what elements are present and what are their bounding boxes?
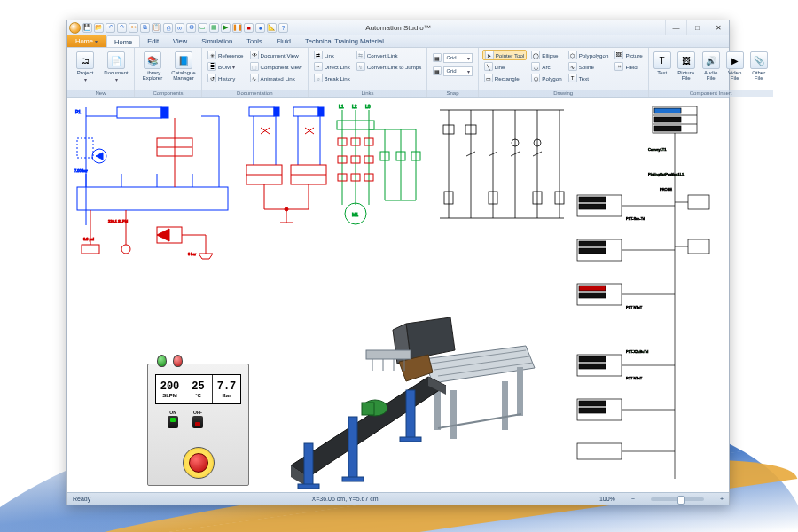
insert-audio-button[interactable]: 🔊Audio File — [700, 50, 722, 90]
insert-picture-button[interactable]: 🖼Picture File — [675, 50, 698, 90]
library-explorer-button[interactable]: 📚Library Explorer — [138, 50, 167, 90]
tab-view[interactable]: View — [166, 35, 194, 47]
insert-other-button[interactable]: 📎Other File — [748, 50, 770, 90]
reading-slpm: 200 — [160, 380, 180, 393]
library-icon: 📚 — [144, 51, 161, 69]
document-button[interactable]: 📄Document — [102, 50, 130, 90]
chevron-down-icon — [95, 37, 98, 45]
svg-point-7 — [780, 317, 784, 321]
reference-button[interactable]: ✳Reference — [206, 50, 246, 60]
rectangle-tool-button[interactable]: ▭Rectangle — [482, 73, 528, 83]
qat-link-icon[interactable]: ∞ — [175, 23, 184, 33]
insert-video-button[interactable]: ▶Video File — [724, 50, 746, 90]
close-button[interactable]: ✕ — [708, 20, 729, 35]
qat-record-icon[interactable]: ● — [255, 23, 265, 33]
svg-point-2 — [734, 314, 745, 325]
snap-grid-1[interactable]: ▦Grid — [431, 52, 473, 63]
ribbon-group-drawing: ➤Pointer Tool ╲Line ▭Rectangle ◯Ellipse … — [479, 48, 649, 97]
status-bar: Ready X=36.06 cm, Y=5.67 cm 100% − + — [67, 492, 729, 505]
link-button[interactable]: ⇄Link — [312, 50, 352, 60]
history-icon: ↺ — [207, 74, 216, 82]
ellipse-tool-button[interactable]: ◯Ellipse — [529, 50, 563, 60]
rectangle-icon: ▭ — [484, 74, 493, 82]
qat-measure-icon[interactable]: 📐 — [267, 23, 277, 33]
convert-link-jumps-button[interactable]: ↯Convert Link to Jumps — [355, 61, 424, 72]
tab-simulation[interactable]: Simulation — [194, 35, 239, 47]
bom-button[interactable]: ≣BOM — [206, 61, 246, 72]
svg-rect-162 — [348, 417, 357, 479]
qat-print-icon[interactable]: ⎙ — [163, 23, 173, 33]
document-view-button[interactable]: 👁Document View — [248, 50, 304, 60]
animated-link-button[interactable]: ∿Animated Link — [248, 73, 304, 83]
component-view-button[interactable]: ▢Component View — [248, 61, 304, 72]
svg-rect-163 — [342, 477, 364, 481]
direct-link-button[interactable]: →Direct Link — [312, 61, 352, 72]
picture-tool-button[interactable]: 🖼Picture — [613, 50, 644, 60]
polypolygon-tool-button[interactable]: ⬡Polypolygon — [567, 50, 611, 60]
qat-undo-icon[interactable]: ↶ — [106, 23, 115, 33]
qat-sim-pause-icon[interactable]: ❚❚ — [232, 23, 242, 33]
qat-cut-icon[interactable]: ✂ — [129, 23, 138, 33]
line-tool-button[interactable]: ╲Line — [482, 61, 528, 72]
group-label-components: Components — [135, 90, 201, 97]
pointer-tool-button[interactable]: ➤Pointer Tool — [482, 50, 528, 60]
tab-fluid[interactable]: Fluid — [270, 35, 298, 47]
project-button[interactable]: 🗂Project — [71, 50, 99, 90]
app-logo-icon[interactable] — [69, 22, 81, 34]
svg-text:PickingOutPosition1L1: PickingOutPosition1L1 — [648, 172, 685, 176]
field-tool-button[interactable]: ⌗Field — [613, 61, 644, 72]
svg-rect-118 — [579, 286, 606, 291]
qat-sim-stop-icon[interactable]: ■ — [244, 23, 254, 33]
svg-rect-115 — [579, 248, 606, 254]
logic-diagram: Convey1T1 PickingOutPosition1L1 PROBE P1… — [573, 106, 715, 488]
group-label-snap: Snap — [427, 90, 477, 97]
qat-save-icon[interactable]: 💾 — [82, 23, 92, 33]
arc-tool-button[interactable]: ◡Arc — [529, 61, 563, 72]
window-title: Automation Studio™ — [365, 24, 430, 32]
group-label-documentation: Documentation — [202, 90, 308, 97]
tab-technical-training[interactable]: Technical Training Material — [298, 35, 391, 47]
green-lamp-icon — [157, 355, 167, 367]
maximize-button[interactable]: □ — [686, 20, 708, 35]
svg-rect-159 — [362, 403, 374, 415]
qat-settings-icon[interactable]: ⚙ — [186, 23, 196, 33]
qat-paste-icon[interactable]: 📋 — [152, 23, 161, 33]
zoom-slider[interactable] — [651, 497, 704, 501]
svg-rect-136 — [688, 239, 709, 254]
convert-link-button[interactable]: ⇆Convert Link — [355, 50, 424, 60]
svg-rect-110 — [579, 204, 606, 209]
qat-help-icon[interactable]: ? — [278, 23, 288, 33]
svg-text:M1: M1 — [352, 212, 358, 217]
svg-rect-18 — [77, 187, 228, 210]
pneumatic-schematic — [245, 103, 333, 227]
document-view-icon: 👁 — [250, 51, 259, 59]
chevron-down-icon — [467, 55, 470, 61]
qat-select-icon[interactable]: ▭ — [198, 23, 207, 33]
qat-sim-start-icon[interactable]: ▶ — [221, 23, 231, 33]
history-button[interactable]: ↺History — [206, 73, 246, 83]
qat-grid-icon[interactable]: ▦ — [209, 23, 219, 33]
qat-copy-icon[interactable]: ⧉ — [140, 23, 150, 33]
tab-home[interactable]: Home — [106, 35, 140, 47]
tab-edit[interactable]: Edit — [140, 35, 166, 47]
break-link-button[interactable]: ⌀Break Link — [312, 73, 352, 83]
snap-grid-2[interactable]: ▦Grid — [431, 66, 473, 76]
text-file-icon: T — [653, 51, 671, 69]
svg-rect-40 — [274, 107, 279, 116]
svg-text:L1: L1 — [339, 104, 344, 109]
drawing-canvas[interactable]: P1 7.00 bar 220.1 SLPM 0.0 psi 0 bar — [67, 98, 729, 492]
insert-text-button[interactable]: TText — [653, 50, 672, 90]
polygon-tool-button[interactable]: ⬠Polygon — [529, 73, 563, 83]
link-icon: ⇄ — [314, 51, 323, 59]
zoom-out-icon[interactable]: − — [631, 496, 635, 502]
zoom-in-icon[interactable]: + — [720, 496, 724, 502]
animated-link-icon: ∿ — [250, 74, 259, 82]
catalogue-manager-button[interactable]: 📘Catalogue Manager — [169, 50, 198, 90]
spline-tool-button[interactable]: ∿Spline — [567, 61, 611, 72]
qat-redo-icon[interactable]: ↷ — [117, 23, 127, 33]
file-tab[interactable]: Home — [67, 35, 106, 47]
qat-open-icon[interactable]: 📂 — [94, 23, 104, 33]
text-tool-button[interactable]: TText — [567, 73, 611, 83]
minimize-button[interactable]: — — [665, 20, 686, 35]
tab-tools[interactable]: Tools — [239, 35, 270, 47]
